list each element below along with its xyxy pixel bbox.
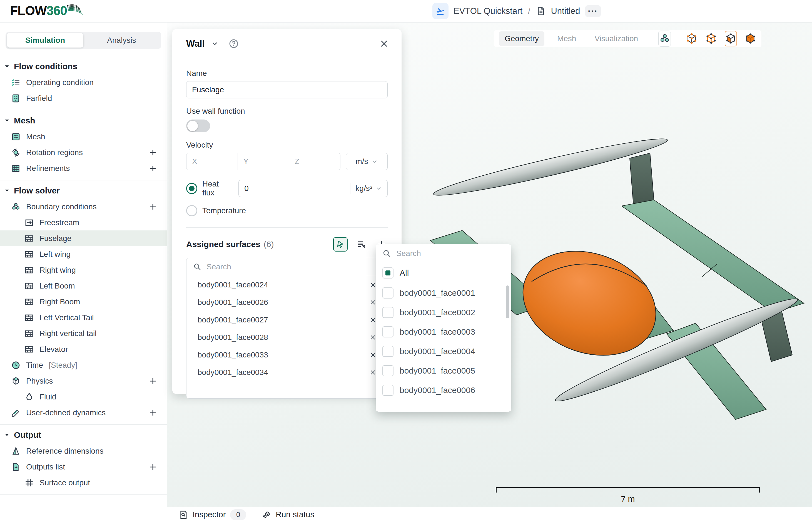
tab-geometry[interactable]: Geometry [499, 32, 544, 46]
breadcrumb-separator: / [528, 6, 530, 16]
temperature-radio[interactable] [186, 205, 197, 216]
popup-search [376, 244, 511, 263]
assigned-surface-row[interactable]: body0001_face0033 [186, 346, 387, 364]
assigned-surface-row[interactable]: body0001_face0034 [186, 364, 387, 381]
option-checkbox[interactable] [382, 346, 393, 357]
name-input[interactable] [186, 81, 388, 98]
assigned-surfaces-count: (6) [264, 240, 274, 249]
sidebar-item-left-boom[interactable]: Left Boom [0, 278, 167, 294]
sidebar-item-right-vertical-tail[interactable]: Right vertical tail [0, 325, 167, 341]
option-checkbox[interactable] [382, 326, 393, 338]
assigned-surface-row[interactable]: body0001_face0024 [186, 276, 387, 294]
help-icon[interactable] [229, 39, 239, 49]
wall-icon [24, 234, 34, 243]
clock-icon [11, 361, 21, 370]
add-rotation-region-button[interactable] [147, 147, 158, 158]
pick-surfaces-button[interactable] [333, 237, 348, 252]
sidebar-item-fluid[interactable]: Fluid [0, 389, 167, 405]
search-icon [382, 249, 391, 258]
add-boundary-condition-button[interactable] [147, 201, 158, 212]
section-header-mesh[interactable]: Mesh [0, 113, 167, 129]
add-physics-button[interactable] [147, 376, 158, 387]
sidebar-item-left-vertical-tail[interactable]: Left Vertical Tail [0, 310, 167, 325]
sidebar-item-outputs-list[interactable]: Outputs list [0, 459, 167, 475]
heat-flux-unit-select[interactable]: kg/s³ [350, 183, 387, 194]
breadcrumb-document[interactable]: Untitled [551, 6, 580, 16]
sidebar-item-user-defined-dynamics[interactable]: User-defined dynamics [0, 405, 167, 421]
assigned-surface-row[interactable]: body0001_face0027 [186, 311, 387, 328]
tab-analysis[interactable]: Analysis [83, 33, 160, 47]
caret-down-icon [4, 432, 10, 438]
popup-option[interactable]: body0001_face0005 [376, 361, 511, 381]
display-mode-wireframe-button[interactable] [686, 31, 698, 46]
toolbar-divider [651, 33, 651, 44]
wall-function-toggle[interactable] [186, 120, 210, 132]
assigned-surface-row[interactable]: body0001_face0028 [186, 328, 387, 346]
display-mode-solid-button[interactable] [744, 31, 756, 46]
assigned-surfaces-search-input[interactable] [206, 262, 381, 272]
inspector-button[interactable]: Inspector 0 [179, 509, 246, 520]
more-menu-button[interactable]: ··· [585, 5, 601, 17]
add-user-defined-dynamics-button[interactable] [147, 407, 158, 418]
sidebar-item-right-wing[interactable]: Right wing [0, 262, 167, 278]
sidebar-item-fuselage[interactable]: Fuselage [0, 230, 167, 246]
sidebar-item-right-boom[interactable]: Right Boom [0, 294, 167, 310]
panel-type-chevron-icon[interactable] [211, 40, 219, 47]
display-mode-shaded-edges-button[interactable] [725, 31, 737, 46]
popup-search-input[interactable] [396, 249, 505, 258]
flow360-logo[interactable]: FLOW 360 [10, 3, 83, 18]
tab-visualization[interactable]: Visualization [589, 32, 644, 46]
prism-icon [11, 446, 21, 456]
heat-flux-radio[interactable] [186, 183, 197, 194]
sidebar-item-left-wing[interactable]: Left wing [0, 246, 167, 262]
sidebar-item-refinements[interactable]: Refinements [0, 160, 167, 176]
sidebar-item-elevator[interactable]: Elevator [0, 341, 167, 357]
sidebar-item-mesh[interactable]: Mesh [0, 129, 167, 144]
toggle-knob [187, 121, 198, 131]
section-header-flow-solver[interactable]: Flow solver [0, 183, 167, 199]
section-flow-conditions: Flow conditions Operating condition Farf… [0, 56, 167, 111]
sidebar-item-boundary-conditions[interactable]: Boundary conditions [0, 199, 167, 215]
popup-option[interactable]: body0001_face0001 [376, 283, 511, 303]
velocity-x-input[interactable] [186, 153, 238, 170]
heat-flux-input[interactable] [239, 184, 350, 193]
popup-scrollbar-thumb[interactable] [506, 285, 509, 318]
option-checkbox[interactable] [382, 307, 393, 318]
display-mode-edges-button[interactable] [705, 31, 717, 46]
freestream-icon [24, 218, 34, 227]
sidebar-item-reference-dimensions[interactable]: Reference dimensions [0, 443, 167, 459]
section-header-flow-conditions[interactable]: Flow conditions [0, 58, 167, 75]
select-all-checkbox[interactable] [382, 267, 393, 279]
sidebar-item-time[interactable]: Time [Steady] [0, 357, 167, 373]
tab-mesh[interactable]: Mesh [552, 32, 582, 46]
project-plane-icon[interactable] [432, 3, 448, 19]
popup-option[interactable]: body0001_face0003 [376, 322, 511, 342]
velocity-unit-select[interactable]: m/s [346, 153, 388, 170]
option-checkbox[interactable] [382, 287, 393, 299]
sidebar-item-physics[interactable]: Physics [0, 373, 167, 389]
section-header-output[interactable]: Output [0, 427, 167, 443]
popup-option[interactable]: body0001_face0002 [376, 303, 511, 322]
popup-select-all-row[interactable]: All [376, 263, 511, 283]
sidebar-item-rotation-regions[interactable]: Rotation regions [0, 144, 167, 160]
assigned-surface-row[interactable]: body0001_face0026 [186, 294, 387, 311]
option-checkbox[interactable] [382, 385, 393, 396]
velocity-z-input[interactable] [289, 153, 340, 170]
sidebar-item-surface-output[interactable]: Surface output [0, 475, 167, 490]
boundary-display-button[interactable] [658, 31, 671, 47]
run-status-button[interactable]: Run status [262, 510, 314, 520]
close-icon[interactable] [379, 39, 389, 48]
add-output-button[interactable] [147, 461, 158, 473]
tab-simulation[interactable]: Simulation [7, 33, 83, 47]
sidebar-item-operating-condition[interactable]: Operating condition [0, 75, 167, 91]
popup-option[interactable]: body0001_face0006 [376, 381, 511, 400]
breadcrumb-project[interactable]: EVTOL Quickstart [453, 6, 523, 16]
sidebar-item-freestream[interactable]: Freestream [0, 215, 167, 230]
section-mesh: Mesh Mesh Rotation regions Refinements [0, 111, 167, 180]
sidebar-item-farfield[interactable]: Farfield [0, 91, 167, 106]
add-refinement-button[interactable] [147, 163, 158, 174]
clear-surfaces-button[interactable] [356, 238, 368, 250]
velocity-y-input[interactable] [238, 153, 289, 170]
option-checkbox[interactable] [382, 365, 393, 376]
popup-option[interactable]: body0001_face0004 [376, 342, 511, 361]
